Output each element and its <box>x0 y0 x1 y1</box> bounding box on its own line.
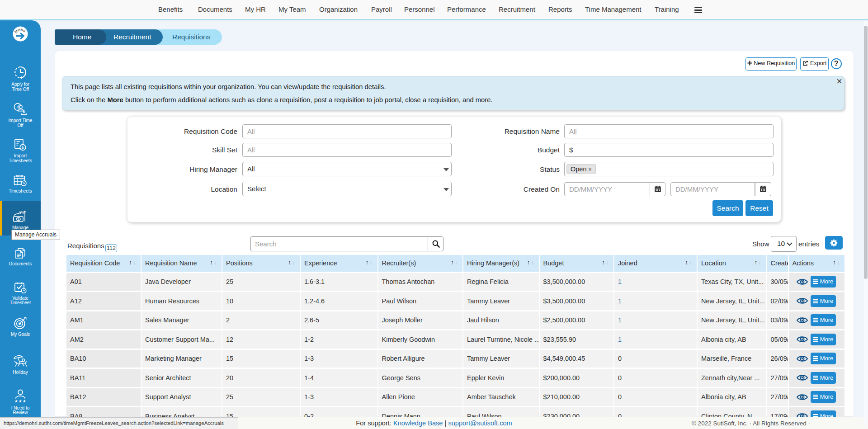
svg-text:$: $ <box>17 217 19 222</box>
